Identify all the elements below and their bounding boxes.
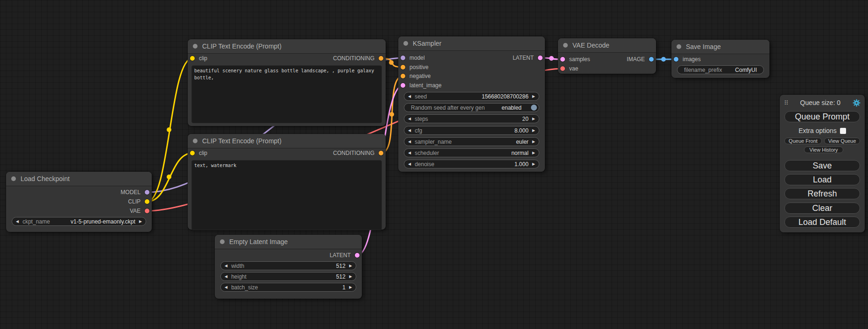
widget-filename-prefix[interactable]: filename_prefixComfyUI: [677, 65, 764, 74]
input-dot-latent_image[interactable]: [401, 83, 405, 88]
decrement-arrow-icon[interactable]: ◀: [404, 140, 415, 144]
decrement-arrow-icon[interactable]: ◀: [404, 129, 415, 133]
output-dot-CONDITIONING[interactable]: [379, 56, 383, 61]
input-dot-samples[interactable]: [560, 57, 565, 62]
extra-options-checkbox[interactable]: [840, 128, 846, 134]
increment-arrow-icon[interactable]: ▶: [529, 162, 539, 166]
increment-arrow-icon[interactable]: ▶: [529, 95, 539, 98]
decrement-arrow-icon[interactable]: ◀: [404, 117, 415, 121]
input-dot-images[interactable]: [674, 57, 678, 62]
input-slot-images[interactable]: images: [674, 55, 701, 63]
widget-batch-size[interactable]: ◀batch_size1▶: [220, 283, 356, 292]
collapse-dot-icon[interactable]: [193, 139, 198, 143]
collapse-dot-icon[interactable]: [220, 239, 225, 244]
collapse-dot-icon[interactable]: [11, 176, 16, 181]
load-button[interactable]: Load: [784, 174, 860, 185]
increment-arrow-icon[interactable]: ▶: [529, 117, 539, 121]
node-save-image[interactable]: Save Imageimagesfilename_prefixComfyUI: [671, 40, 769, 78]
node-graph-canvas[interactable]: Load CheckpointMODELCLIPVAE◀ckpt_namev1-…: [0, 0, 868, 329]
widget-sampler-name[interactable]: ◀sampler_nameeuler▶: [404, 137, 539, 146]
decrement-arrow-icon[interactable]: ◀: [404, 162, 415, 166]
node-title-bar[interactable]: CLIP Text Encode (Prompt): [188, 134, 386, 148]
output-slot-VAE[interactable]: VAE: [130, 207, 149, 215]
input-slot-negative[interactable]: negative: [401, 72, 430, 80]
input-dot-clip[interactable]: [190, 151, 195, 155]
widget-height[interactable]: ◀height512▶: [220, 272, 356, 281]
load-default-button[interactable]: Load Default: [784, 217, 860, 228]
increment-arrow-icon[interactable]: ▶: [135, 220, 146, 224]
output-slot-LATENT[interactable]: LATENT: [330, 251, 360, 259]
input-dot-model[interactable]: [401, 56, 405, 60]
input-slot-latent_image[interactable]: latent_image: [401, 81, 442, 90]
input-dot-negative[interactable]: [401, 74, 405, 78]
increment-arrow-icon[interactable]: ▶: [346, 264, 356, 268]
output-slot-CONDITIONING[interactable]: CONDITIONING: [333, 54, 383, 63]
save-button[interactable]: Save: [784, 160, 860, 171]
input-slot-model[interactable]: model: [401, 54, 425, 62]
input-slot-positive[interactable]: positive: [401, 63, 429, 71]
increment-arrow-icon[interactable]: ▶: [529, 129, 539, 133]
widget-scheduler[interactable]: ◀schedulernormal▶: [404, 148, 539, 157]
node-title-bar[interactable]: Load Checkpoint: [6, 172, 152, 186]
node-load-checkpoint[interactable]: Load CheckpointMODELCLIPVAE◀ckpt_namev1-…: [6, 172, 152, 232]
collapse-dot-icon[interactable]: [563, 43, 568, 48]
collapse-dot-icon[interactable]: [193, 44, 198, 49]
decrement-arrow-icon[interactable]: ◀: [12, 220, 22, 224]
output-dot-CLIP[interactable]: [145, 199, 149, 204]
output-dot-LATENT[interactable]: [538, 56, 543, 60]
input-slot-clip[interactable]: clip: [190, 149, 207, 157]
widget-steps[interactable]: ◀steps20▶: [404, 114, 539, 123]
node-ksampler[interactable]: KSamplermodelpositivenegativelatent_imag…: [398, 36, 545, 172]
increment-arrow-icon[interactable]: ▶: [529, 140, 539, 144]
widget-ckpt-name[interactable]: ◀ckpt_namev1-5-pruned-emaonly.ckpt▶: [12, 217, 146, 226]
node-title-bar[interactable]: KSampler: [398, 36, 545, 51]
view-history-button[interactable]: View History: [804, 147, 843, 153]
input-dot-vae[interactable]: [560, 66, 565, 71]
node-title-bar[interactable]: CLIP Text Encode (Prompt): [188, 39, 386, 54]
settings-gear-icon[interactable]: [853, 99, 861, 107]
output-slot-MODEL[interactable]: MODEL: [120, 188, 149, 196]
prompt-textarea[interactable]: beautiful scenery nature glass bottle la…: [191, 65, 382, 123]
increment-arrow-icon[interactable]: ▶: [346, 275, 356, 279]
input-slot-vae[interactable]: vae: [560, 64, 578, 73]
output-dot-LATENT[interactable]: [355, 253, 360, 258]
view-queue-button[interactable]: View Queue: [824, 138, 860, 144]
output-slot-LATENT[interactable]: LATENT: [513, 54, 543, 62]
output-dot-MODEL[interactable]: [145, 190, 149, 195]
input-slot-samples[interactable]: samples: [560, 55, 590, 63]
decrement-arrow-icon[interactable]: ◀: [404, 95, 415, 98]
widget-cfg[interactable]: ◀cfg8.000▶: [404, 126, 539, 135]
increment-arrow-icon[interactable]: ▶: [346, 286, 356, 289]
decrement-arrow-icon[interactable]: ◀: [221, 264, 231, 268]
toggle-knob[interactable]: [531, 105, 537, 111]
widget-seed[interactable]: ◀seed156680208700286▶: [404, 92, 539, 101]
decrement-arrow-icon[interactable]: ◀: [221, 275, 231, 279]
widget-random-seed-after-every-gen[interactable]: Random seed after every genenabled: [404, 103, 539, 112]
node-title-bar[interactable]: Save Image: [671, 40, 769, 54]
queue-prompt-button[interactable]: Queue Prompt: [784, 111, 860, 122]
input-dot-positive[interactable]: [401, 65, 405, 70]
node-title-bar[interactable]: Empty Latent Image: [215, 235, 362, 249]
decrement-arrow-icon[interactable]: ◀: [404, 151, 415, 155]
collapse-dot-icon[interactable]: [677, 44, 681, 49]
node-title-bar[interactable]: VAE Decode: [558, 38, 656, 53]
input-slot-clip[interactable]: clip: [190, 54, 207, 63]
output-slot-IMAGE[interactable]: IMAGE: [627, 55, 654, 63]
input-dot-clip[interactable]: [190, 56, 195, 61]
output-dot-VAE[interactable]: [145, 209, 149, 213]
node-clip-text-encode-positive[interactable]: CLIP Text Encode (Prompt)clipCONDITIONIN…: [188, 39, 386, 126]
queue-front-button[interactable]: Queue Front: [784, 138, 822, 144]
increment-arrow-icon[interactable]: ▶: [529, 151, 539, 155]
widget-width[interactable]: ◀width512▶: [220, 261, 356, 270]
node-clip-text-encode-negative[interactable]: CLIP Text Encode (Prompt)clipCONDITIONIN…: [188, 134, 386, 230]
decrement-arrow-icon[interactable]: ◀: [221, 286, 231, 289]
output-dot-CONDITIONING[interactable]: [379, 151, 383, 155]
refresh-button[interactable]: Refresh: [784, 188, 860, 199]
output-slot-CLIP[interactable]: CLIP: [128, 197, 149, 206]
widget-denoise[interactable]: ◀denoise1.000▶: [404, 160, 539, 168]
clear-button[interactable]: Clear: [784, 203, 860, 214]
output-dot-IMAGE[interactable]: [649, 57, 654, 62]
prompt-textarea[interactable]: text, watermark: [191, 160, 382, 230]
node-vae-decode[interactable]: VAE DecodesamplesvaeIMAGE: [558, 38, 656, 74]
output-slot-CONDITIONING[interactable]: CONDITIONING: [333, 149, 383, 157]
